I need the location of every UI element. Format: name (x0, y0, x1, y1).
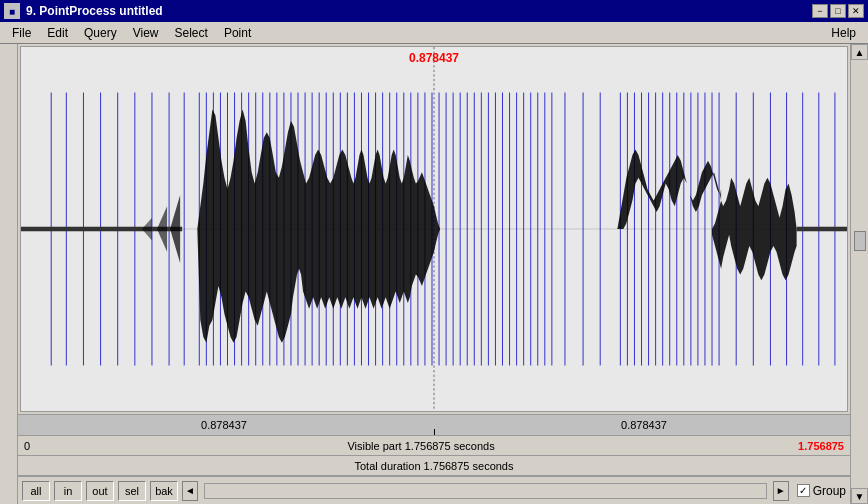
title-bar: ■ 9. PointProcess untitled − □ ✕ (0, 0, 868, 22)
menu-point[interactable]: Point (216, 24, 259, 42)
timeline-label-left: 0.878437 (201, 419, 247, 431)
total-duration-label: Total duration 1.756875 seconds (24, 460, 844, 472)
menu-edit[interactable]: Edit (39, 24, 76, 42)
group-area: ✓ Group (797, 484, 846, 498)
maximize-button[interactable]: □ (830, 4, 846, 18)
sel-button[interactable]: sel (118, 481, 146, 501)
main-content: 0.878437 (0, 44, 868, 504)
menu-select[interactable]: Select (167, 24, 216, 42)
waveform-area[interactable]: 0.878437 (20, 46, 848, 412)
waveform-svg (21, 47, 847, 411)
info-bar-visible: 0 Visible part 1.756875 seconds 1.756875 (18, 436, 850, 456)
left-sidebar (0, 44, 18, 504)
scroll-down-button[interactable]: ▼ (851, 488, 868, 504)
menu-file[interactable]: File (4, 24, 39, 42)
in-button[interactable]: in (54, 481, 82, 501)
out-button[interactable]: out (86, 481, 114, 501)
start-time: 0 (24, 440, 44, 452)
scroll-right-button[interactable]: ► (773, 481, 789, 501)
menu-bar: File Edit Query View Select Point Help (0, 22, 868, 44)
center-panel: 0.878437 (18, 44, 850, 504)
minimize-button[interactable]: − (812, 4, 828, 18)
all-button[interactable]: all (22, 481, 50, 501)
bottom-toolbar: all in out sel bak ◄ ► ✓ Group (18, 476, 850, 504)
timeline-label-right: 0.878437 (621, 419, 667, 431)
end-time: 1.756875 (798, 440, 844, 452)
window-title: 9. PointProcess untitled (26, 4, 163, 18)
app-icon: ■ (4, 3, 20, 19)
horizontal-scrollbar[interactable] (204, 483, 767, 499)
menu-help[interactable]: Help (823, 24, 864, 42)
visible-part-label: Visible part 1.756875 seconds (44, 440, 798, 452)
close-button[interactable]: ✕ (848, 4, 864, 18)
bak-button[interactable]: bak (150, 481, 178, 501)
svg-rect-93 (797, 227, 847, 232)
menu-query[interactable]: Query (76, 24, 125, 42)
scroll-left-button[interactable]: ◄ (182, 481, 198, 501)
title-bar-left: ■ 9. PointProcess untitled (4, 3, 163, 19)
menu-view[interactable]: View (125, 24, 167, 42)
right-sidebar: ▲ ▼ (850, 44, 868, 504)
group-checkbox[interactable]: ✓ (797, 484, 810, 497)
scroll-thumb[interactable] (854, 231, 866, 251)
scroll-track (851, 60, 868, 488)
group-label: Group (813, 484, 846, 498)
info-bar-total: Total duration 1.756875 seconds (18, 456, 850, 476)
title-bar-controls: − □ ✕ (812, 4, 864, 18)
timeline-center-line (434, 429, 435, 435)
scroll-up-button[interactable]: ▲ (851, 44, 868, 60)
red-time-label: 0.878437 (409, 51, 459, 65)
timeline-bar: 0.878437 0.878437 (18, 414, 850, 436)
